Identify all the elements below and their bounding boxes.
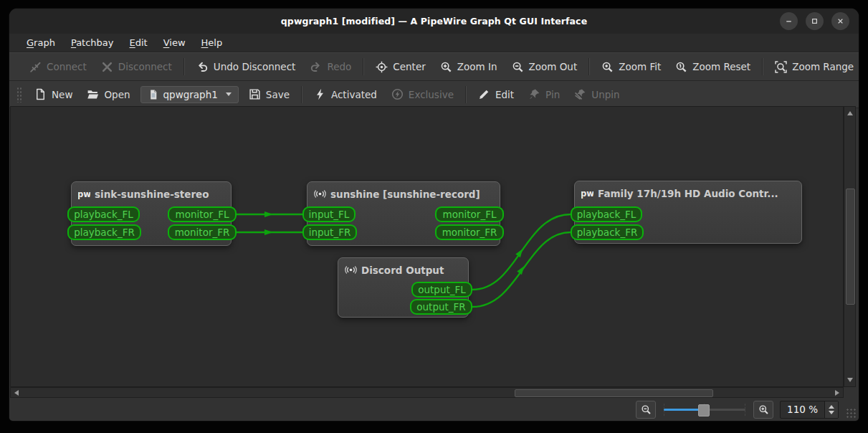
zoom-range-icon [775,61,787,73]
port-monitor-fr[interactable]: monitor_FR [435,224,504,240]
zoom-reset-button[interactable]: Zoom Reset [668,57,758,77]
node-title-text: Family 17h/19h HD Audio Contr... [598,188,778,199]
disconnect-icon [101,61,113,73]
horizontal-scrollbar[interactable] [10,387,844,398]
pipewire-icon: pw [581,187,593,199]
minimize-icon [784,16,793,26]
menu-patchbay[interactable]: Patchbay [63,36,122,50]
toolbar-separator [301,86,302,103]
chevron-down-icon [226,92,232,96]
node-title: sunshine [sunshine-record] [307,182,500,200]
activated-icon [314,88,326,100]
resize-grip[interactable] [846,408,857,419]
port-output-fl[interactable]: output_FL [411,282,472,298]
button-label: Undo Disconnect [214,61,296,72]
zoom-slider[interactable] [662,401,747,418]
center-icon [376,61,388,73]
port-playback-fr[interactable]: playback_FR [67,224,141,240]
save-button[interactable]: Save [242,85,297,104]
undo-disconnect-button[interactable]: Undo Disconnect [189,57,303,77]
connections-layer [11,107,844,387]
save-icon [249,88,261,100]
zoom-slider-handle[interactable] [698,404,710,417]
button-label: Save [266,89,290,100]
close-icon [836,16,845,26]
button-label: Connect [47,61,87,72]
port-monitor-fl[interactable]: monitor_FL [168,206,237,222]
port-monitor-fr[interactable]: monitor_FR [168,224,237,240]
button-label: Open [104,89,130,100]
zoom-fit-button[interactable]: Zoom Fit [594,57,668,77]
horizontal-scroll-thumb[interactable] [515,389,713,397]
menu-edit[interactable]: Edit [122,36,156,50]
button-label: Zoom In [457,61,497,72]
menu-help[interactable]: Help [194,36,231,50]
button-label: Exclusive [409,89,454,100]
pipewire-icon: pw [78,188,90,200]
zoom-in-button[interactable] [753,401,773,419]
scroll-left-arrow[interactable] [14,390,19,396]
zoom-out-button[interactable] [636,401,656,419]
menu-graph[interactable]: Graph [19,36,63,50]
toolbar-separator [588,58,590,75]
vertical-scrollbar[interactable] [844,106,856,387]
title-bar[interactable]: qpwgraph1 [modified] — A PipeWire Graph … [9,9,859,34]
port-monitor-fl[interactable]: monitor_FL [435,206,504,222]
vertical-scroll-thumb[interactable] [846,189,855,305]
scroll-down-arrow[interactable] [847,378,853,382]
svg-text:pw: pw [78,189,90,199]
zoom-range-button[interactable]: Zoom Range [768,57,859,77]
maximize-icon [810,16,819,26]
center-button[interactable]: Center [368,57,432,77]
scroll-right-arrow[interactable] [835,390,839,396]
close-button[interactable] [831,12,849,30]
disconnect-button[interactable]: Disconnect [94,57,179,77]
zoom-out-button[interactable]: Zoom Out [505,57,585,77]
redo-button[interactable]: Redo [302,57,358,77]
zoom-spinbox[interactable]: 110 % [780,401,839,419]
open-icon [87,88,99,100]
zoom-reset-icon [675,61,687,73]
toolbar-separator [183,58,185,75]
new-button[interactable]: New [27,85,80,104]
unpin-button[interactable]: Unpin [567,85,626,104]
exclusive-button[interactable]: Exclusive [384,85,461,104]
scroll-up-arrow[interactable] [847,111,853,115]
node-title-text: sunshine [sunshine-record] [330,189,480,200]
pin-button[interactable]: Pin [521,85,567,104]
menu-view[interactable]: View [156,36,194,50]
port-input-fr[interactable]: input_FR [302,224,357,240]
button-label: Zoom Range [792,61,854,72]
svg-text:pw: pw [581,189,593,199]
connect-button[interactable]: Connect [22,57,94,77]
port-playback-fl[interactable]: playback_FL [571,206,642,222]
port-playback-fl[interactable]: playback_FL [67,206,140,222]
graph-canvas[interactable]: pwsink-sunshine-stereosunshine [sunshine… [10,106,844,387]
toolbar-graph: ConnectDisconnectUndo DisconnectRedoCent… [9,52,859,81]
button-label: Center [393,61,425,72]
minimize-button[interactable] [780,12,798,30]
patchbay-select[interactable]: qpwgraph1 [140,86,239,103]
zoom-in-button[interactable]: Zoom In [433,57,505,77]
broadcast-icon [345,264,357,276]
connection-arrow-icon [515,247,525,257]
spin-down-arrow[interactable] [829,411,834,414]
zoom-in-icon [440,61,452,73]
open-button[interactable]: Open [80,85,137,104]
toolbar-drag-handle[interactable] [16,87,22,103]
spin-up-arrow[interactable] [829,405,834,409]
connection-arrow-icon [517,265,526,275]
port-output-fr[interactable]: output_FR [410,299,472,315]
pin-icon [528,88,540,100]
toolbar-separator [762,58,763,75]
button-label: qpwgraph1 [163,89,218,100]
activated-button[interactable]: Activated [307,85,384,104]
status-bar: 110 % [9,398,859,421]
maximize-button[interactable] [806,12,824,30]
port-input-fl[interactable]: input_FL [302,206,356,222]
edit-icon [478,88,490,100]
toolbar-separator [465,86,467,103]
port-playback-fr[interactable]: playback_FR [571,224,644,240]
edit-button[interactable]: Edit [471,85,521,104]
zoom-slider-fill [664,409,703,411]
